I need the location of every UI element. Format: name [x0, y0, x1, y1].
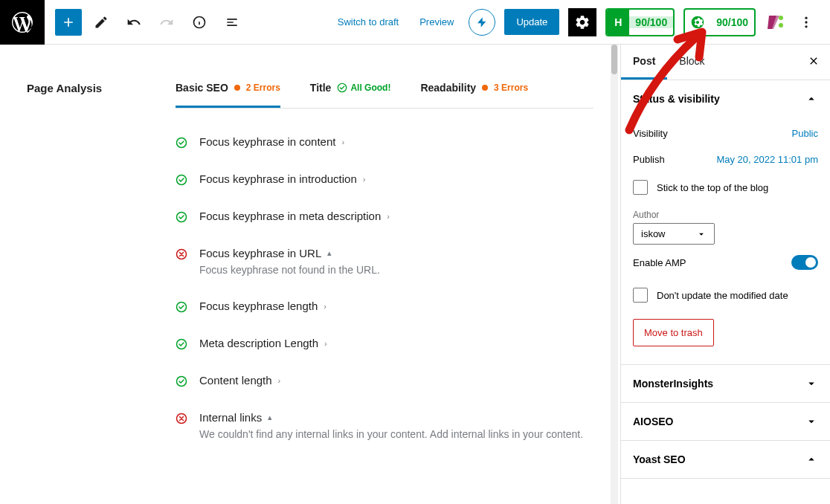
check-title-text: Focus keyphrase length	[199, 300, 318, 312]
dont-update-modified-checkbox[interactable]	[633, 288, 648, 303]
outline-button[interactable]	[219, 9, 245, 36]
add-block-button[interactable]	[55, 9, 82, 36]
check-item[interactable]: Focus keyphrase in introduction›	[176, 161, 593, 198]
panel-status-title: Status & visibility	[633, 93, 720, 105]
stick-to-top-checkbox[interactable]	[633, 180, 648, 195]
amp-validation-button[interactable]	[469, 9, 495, 36]
panel-monster-title: MonsterInsights	[633, 378, 713, 390]
move-to-trash-button[interactable]: Move to trash	[633, 319, 714, 346]
aioseo-score-value: 90/100	[710, 16, 754, 28]
headline-h-icon: H	[607, 10, 629, 35]
tab-status-text: 3 Errors	[494, 83, 528, 93]
wordpress-logo[interactable]	[0, 0, 45, 45]
headline-score-badge[interactable]: H 90/100	[605, 8, 675, 36]
plus-icon	[61, 15, 76, 30]
editor-main: Page Analysis Basic SEO2 ErrorsTitleAll …	[0, 45, 620, 504]
settings-button[interactable]	[568, 8, 596, 36]
close-icon	[808, 55, 820, 67]
visibility-label: Visibility	[633, 128, 668, 139]
list-icon	[225, 15, 239, 30]
chevron-right-icon: ›	[278, 376, 281, 385]
seo-checks-list: Focus keyphrase in content›Focus keyphra…	[176, 109, 593, 452]
seo-tab-title[interactable]: TitleAll Good!	[310, 82, 391, 108]
main-scrollbar[interactable]	[611, 45, 618, 504]
check-item[interactable]: Meta description Length›	[176, 325, 593, 362]
chevron-right-icon: ›	[324, 339, 327, 348]
panel-status-header[interactable]: Status & visibility	[621, 80, 830, 117]
update-button[interactable]: Update	[504, 9, 559, 35]
panel-yoast: Yoast SEO	[621, 441, 830, 479]
chevron-right-icon: ›	[324, 302, 326, 311]
redo-button	[153, 9, 180, 36]
edit-button[interactable]	[88, 9, 115, 36]
panel-monster-header[interactable]: MonsterInsights	[621, 365, 830, 402]
check-item[interactable]: Internal links▴We couldn't find any inte…	[176, 399, 593, 452]
redo-icon	[159, 15, 174, 30]
aioseo-gear-icon	[685, 10, 710, 35]
chevron-down-icon	[696, 229, 707, 239]
svg-point-7	[805, 21, 807, 23]
seo-tab-basic-seo[interactable]: Basic SEO2 Errors	[176, 82, 280, 108]
headline-score-value: 90/100	[629, 16, 673, 28]
tab-label: Title	[310, 82, 332, 94]
enable-amp-label: Enable AMP	[633, 257, 686, 268]
check-title-text: Focus keyphrase in meta description	[199, 210, 381, 222]
svg-point-4	[779, 16, 783, 20]
check-item[interactable]: Focus keyphrase in content›	[176, 123, 593, 161]
check-title-text: Focus keyphrase in content	[199, 135, 335, 148]
sidebar-tabs: Post Block	[621, 45, 830, 80]
svg-point-5	[779, 23, 783, 28]
panel-status-visibility: Status & visibility Visibility Public Pu…	[621, 80, 830, 365]
switch-to-draft-button[interactable]: Switch to draft	[332, 10, 405, 33]
publish-label: Publish	[633, 154, 665, 165]
check-item[interactable]: Focus keyphrase in meta description›	[176, 198, 593, 235]
enable-amp-toggle[interactable]	[791, 255, 818, 270]
yoast-button[interactable]	[765, 13, 784, 32]
panel-aioseo: AIOSEO	[621, 403, 830, 441]
sidebar-tab-post[interactable]: Post	[621, 45, 667, 80]
panel-yoast-header[interactable]: Yoast SEO	[621, 441, 830, 478]
status-dot-icon	[482, 85, 488, 91]
more-options-button[interactable]	[793, 9, 820, 36]
chevron-down-icon	[805, 377, 818, 390]
chevron-right-icon: ›	[363, 175, 366, 184]
chevron-right-icon: ›	[341, 138, 344, 146]
check-title-text: Focus keyphrase in introduction	[199, 172, 357, 185]
close-sidebar-button[interactable]	[805, 52, 823, 70]
chevron-down-icon	[805, 415, 818, 428]
undo-button[interactable]	[120, 9, 147, 36]
visibility-value[interactable]: Public	[792, 128, 818, 139]
panel-monsterinsights: MonsterInsights	[621, 365, 830, 403]
check-circle-icon	[176, 338, 187, 350]
undo-icon	[126, 15, 141, 30]
status-dot-icon	[234, 85, 240, 91]
check-title-text: Content length	[199, 374, 272, 387]
aioseo-score-badge[interactable]: 90/100	[683, 8, 756, 36]
seo-tab-readability[interactable]: Readability3 Errors	[420, 82, 528, 108]
check-item[interactable]: Focus keyphrase length›	[176, 288, 593, 325]
preview-button[interactable]: Preview	[414, 10, 460, 33]
check-item[interactable]: Focus keyphrase in URL▴Focus keyphrase n…	[176, 235, 593, 288]
stick-to-top-label: Stick to the top of the blog	[657, 182, 768, 193]
check-circle-icon	[176, 211, 187, 223]
bolt-icon	[476, 16, 488, 28]
tab-status-text: All Good!	[337, 83, 390, 93]
check-circle-icon	[176, 174, 187, 186]
info-button[interactable]	[186, 9, 213, 36]
page-analysis-heading: Page Analysis	[27, 82, 176, 467]
toolbar-left	[45, 9, 256, 36]
check-item[interactable]: Content length›	[176, 362, 593, 399]
author-value: iskow	[641, 228, 666, 239]
panel-yoast-title: Yoast SEO	[633, 453, 686, 465]
publish-value[interactable]: May 20, 2022 11:01 pm	[716, 154, 818, 165]
check-circle-icon	[176, 301, 187, 313]
sidebar-tab-block[interactable]: Block	[667, 45, 716, 80]
seo-tabs: Basic SEO2 ErrorsTitleAll Good!Readabili…	[176, 82, 593, 109]
panel-aioseo-header[interactable]: AIOSEO	[621, 403, 830, 440]
author-select[interactable]: iskow	[633, 223, 715, 245]
check-circle-icon	[176, 375, 187, 387]
check-title-text: Meta description Length	[199, 337, 318, 349]
chevron-up-icon: ▴	[268, 413, 272, 422]
dont-update-modified-label: Don't update the modified date	[657, 290, 788, 301]
toolbar-right: Switch to draft Preview Update H 90/100 …	[332, 8, 830, 36]
